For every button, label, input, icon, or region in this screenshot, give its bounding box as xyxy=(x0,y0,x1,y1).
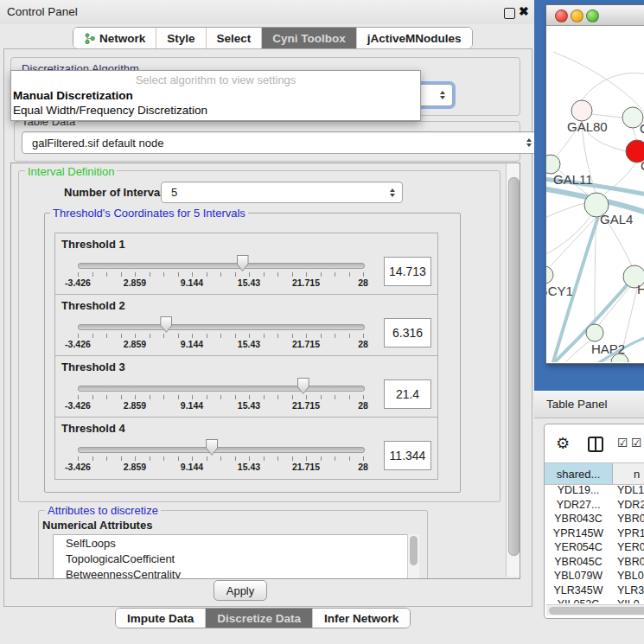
algorithm-option-manual[interactable]: Manual Discretization xyxy=(13,89,133,102)
threshold-value-field[interactable]: 6.316 xyxy=(384,318,431,348)
tab-network[interactable]: Network xyxy=(73,28,156,48)
gear-icon[interactable]: ⚙ xyxy=(556,434,570,453)
cell-name: YBR0 xyxy=(612,513,644,525)
app-root: Control Panel ✖ NetworkStyleSelectCyni T… xyxy=(0,0,644,644)
cell-shared-name: YDR27... xyxy=(545,499,612,511)
table-row[interactable]: YER054CYER0 xyxy=(545,540,644,555)
cell-name: YER0 xyxy=(612,541,644,553)
column-header-shared-name[interactable]: shared... xyxy=(545,463,613,484)
slider-track[interactable] xyxy=(78,263,365,269)
scrollbar-thumb[interactable] xyxy=(508,177,520,556)
algorithm-option-equal-width[interactable]: Equal Width/Frequency Discretization xyxy=(13,104,207,117)
network-node-gcy1[interactable] xyxy=(546,266,553,284)
slider-tick xyxy=(306,456,307,461)
slider-tick xyxy=(106,395,107,399)
slider-tick xyxy=(235,272,236,277)
threshold-value-field[interactable]: 11.344 xyxy=(384,441,431,470)
cell-shared-name: YDL19... xyxy=(545,484,612,496)
column-header-name[interactable]: n xyxy=(613,463,644,484)
tab-infer-network[interactable]: Infer Network xyxy=(313,609,410,628)
table-row[interactable]: YDL19...YDL1 xyxy=(545,483,644,498)
slider-tick xyxy=(121,272,122,277)
slider-tick xyxy=(150,456,150,461)
slider-tick xyxy=(106,272,107,277)
cell-name: YIL0 xyxy=(612,598,640,603)
slider-tick xyxy=(321,334,322,338)
table-data-combobox[interactable]: galFiltered.sif default node xyxy=(22,131,539,154)
slider-thumb[interactable] xyxy=(160,316,172,333)
table-row[interactable]: YPR145WYPR1 xyxy=(545,526,644,541)
slider-thumb[interactable] xyxy=(206,439,218,456)
slider-tick xyxy=(277,334,278,338)
table-row[interactable]: YLR345WYLR3 xyxy=(545,583,644,598)
slider-tick xyxy=(220,334,221,338)
slider-tick xyxy=(92,456,93,461)
attribute-list-item[interactable]: BetweennessCentrality xyxy=(54,566,408,579)
network-canvas[interactable]: GAL80GACGAL11GAL4GCY1HAHAP2 xyxy=(546,25,644,362)
apply-button[interactable]: Apply xyxy=(214,580,267,601)
threshold-value-field[interactable]: 21.4 xyxy=(384,379,431,409)
slider-tick xyxy=(92,272,93,277)
slider-track[interactable] xyxy=(78,324,365,330)
slider-tick xyxy=(121,456,122,461)
slider-thumb[interactable] xyxy=(297,378,309,394)
table-row[interactable]: YBR045CYBR0 xyxy=(545,555,644,570)
close-icon[interactable]: ✖ xyxy=(519,4,529,18)
slider-tick xyxy=(163,272,164,277)
slider-scale-label: 2.859 xyxy=(124,400,146,411)
traffic-light-minimize-icon[interactable] xyxy=(571,10,583,22)
network-node-gal11[interactable] xyxy=(546,155,560,174)
network-node-label: HA xyxy=(637,282,644,296)
network-edge xyxy=(582,73,644,100)
table-row[interactable]: YBL079WYBL0 xyxy=(545,569,644,583)
traffic-light-close-icon[interactable] xyxy=(555,10,568,22)
checkbox-icon[interactable]: ☑ xyxy=(617,436,628,450)
tab-style[interactable]: Style xyxy=(156,28,206,48)
slider-tick xyxy=(78,334,79,338)
settings-scrollpane: Interval Definition Number of Intervals … xyxy=(10,163,520,579)
table-header-row: shared... n xyxy=(545,462,644,485)
tab-jactivemnodules[interactable]: jActiveMNodules xyxy=(357,28,472,48)
interval-definition-title: Interval Definition xyxy=(25,165,117,178)
traffic-light-zoom-icon[interactable] xyxy=(586,10,599,22)
float-window-icon[interactable] xyxy=(504,8,515,19)
tab-cyni-toolbox[interactable]: Cyni Toolbox xyxy=(262,28,357,48)
table-row[interactable]: YDR27...YDR2 xyxy=(545,498,644,513)
split-column-icon[interactable] xyxy=(588,437,603,452)
attributes-group-title: Attributes to discretize xyxy=(45,504,161,517)
table-row[interactable]: YIL052CYIL0 xyxy=(545,597,644,603)
slider-tick xyxy=(277,395,278,399)
network-node-hap2[interactable] xyxy=(586,324,603,341)
number-of-intervals-combobox[interactable]: 5 xyxy=(161,182,403,203)
tab-discretize-data[interactable]: Discretize Data xyxy=(206,609,313,628)
slider-scale-label: 15.43 xyxy=(238,277,260,288)
network-icon xyxy=(84,33,95,44)
checkbox-icon[interactable]: ☑ xyxy=(631,436,642,450)
network-node-gal80[interactable] xyxy=(571,100,592,121)
slider-scale-label: -3.426 xyxy=(65,277,91,288)
table-row[interactable]: YBR043CYBR0 xyxy=(545,512,644,526)
slider-scale-label: 21.715 xyxy=(292,400,320,411)
attributes-list-scrollbar[interactable] xyxy=(407,534,419,579)
slider-track[interactable] xyxy=(78,386,365,392)
threshold-value-field[interactable]: 14.713 xyxy=(384,257,431,286)
slider-tick xyxy=(192,456,193,461)
settings-vertical-scrollbar[interactable] xyxy=(506,163,520,577)
slider-tick xyxy=(321,272,322,277)
slider-tick xyxy=(363,395,364,399)
slider-thumb[interactable] xyxy=(237,255,249,271)
slider-tick xyxy=(249,334,250,338)
table-horizontal-scrollbar[interactable] xyxy=(546,604,644,615)
slider-scale-label: -3.426 xyxy=(65,400,91,411)
tab-select[interactable]: Select xyxy=(207,28,263,48)
attribute-list-item[interactable]: SelfLoops xyxy=(54,535,408,551)
scrollbar-thumb[interactable] xyxy=(549,607,644,615)
tab-impute-data[interactable]: Impute Data xyxy=(116,609,206,628)
slider-tick xyxy=(220,456,221,461)
network-edge xyxy=(598,286,630,326)
attribute-list-item[interactable]: TopologicalCoefficient xyxy=(54,551,408,566)
cell-shared-name: YBR043C xyxy=(545,513,612,525)
slider-track[interactable] xyxy=(78,447,365,453)
numerical-attributes-list[interactable]: SelfLoopsTopologicalCoefficientBetweenne… xyxy=(53,534,409,579)
slider-scale-label: 15.43 xyxy=(238,462,260,472)
